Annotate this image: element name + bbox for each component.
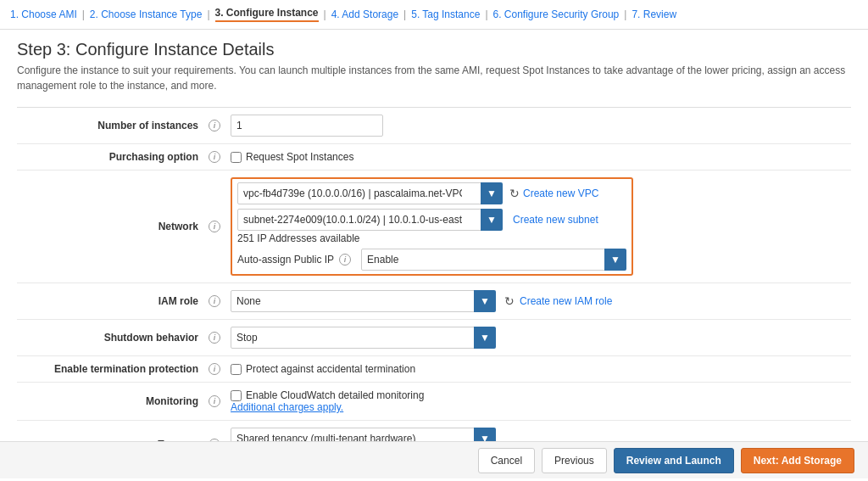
nav-step-2[interactable]: 2. Choose Instance Type: [90, 8, 203, 20]
shutdown-select-wrapper: Stop ▼: [231, 327, 496, 349]
tenancy-select[interactable]: Shared tenancy (multi-tenant hardware): [231, 428, 476, 441]
nav-step-4[interactable]: 4. Add Storage: [331, 8, 398, 20]
network-select-arrow-btn[interactable]: ▼: [481, 182, 503, 204]
num-instances-input[interactable]: [231, 115, 383, 137]
nav-step-7[interactable]: 7. Review: [632, 8, 676, 20]
auto-assign-select[interactable]: Enable: [361, 249, 607, 271]
monitoring-checkbox[interactable]: [231, 390, 242, 401]
nav-step-1[interactable]: 1. Choose AMI: [10, 8, 77, 20]
purchasing-info-icon[interactable]: i: [209, 151, 220, 163]
create-iam-link[interactable]: Create new IAM role: [520, 295, 612, 307]
iam-refresh-icon[interactable]: ↻: [504, 294, 515, 308]
subnet-select-arrow-btn[interactable]: ▼: [481, 209, 503, 231]
configure-form: Number of instances i Purchasing option …: [17, 107, 851, 441]
termination-info-icon[interactable]: i: [209, 363, 220, 375]
monitoring-label: Monitoring: [17, 383, 203, 421]
tenancy-arrow-btn[interactable]: ▼: [474, 428, 496, 441]
page-title: Step 3: Configure Instance Details: [17, 40, 851, 59]
spot-instances-checkbox-label: Request Spot Instances: [231, 151, 846, 163]
previous-button[interactable]: Previous: [542, 448, 607, 473]
termination-label: Enable termination protection: [17, 356, 203, 383]
next-button[interactable]: Next: Add Storage: [741, 448, 854, 473]
network-info-icon[interactable]: i: [209, 221, 220, 232]
subnet-select[interactable]: subnet-2274e009(10.0.1.0/24) | 10.0.1.0-…: [237, 209, 483, 231]
nav-step-5[interactable]: 5. Tag Instance: [411, 8, 480, 20]
auto-assign-select-wrapper: Enable ▼: [361, 249, 626, 271]
iam-role-label: IAM role: [17, 283, 203, 320]
termination-checkbox-label: Protect against accidental termination: [231, 363, 846, 375]
spot-instances-label: Request Spot Instances: [246, 151, 353, 163]
create-subnet-link[interactable]: Create new subnet: [513, 214, 598, 226]
ip-available-text: 251 IP Addresses available: [237, 232, 626, 244]
auto-assign-info-icon[interactable]: i: [339, 254, 351, 266]
auto-assign-arrow-btn[interactable]: ▼: [604, 249, 626, 271]
termination-checkbox[interactable]: [231, 364, 242, 375]
auto-assign-sub-label: Auto-assign Public IP: [237, 254, 334, 266]
purchasing-option-label: Purchasing option: [17, 144, 203, 171]
tenancy-select-wrapper: Shared tenancy (multi-tenant hardware) ▼: [231, 428, 496, 441]
network-label: Network: [17, 171, 203, 283]
iam-select[interactable]: None: [231, 290, 476, 312]
nav-step-6[interactable]: 6. Configure Security Group: [493, 8, 620, 20]
main-content: Step 3: Configure Instance Details Confi…: [0, 30, 868, 441]
num-instances-label: Number of instances: [17, 108, 203, 144]
shutdown-arrow-btn[interactable]: ▼: [474, 327, 496, 349]
network-highlight-box: vpc-fb4d739e (10.0.0.0/16) | pascalaima.…: [231, 177, 633, 276]
network-refresh-icon[interactable]: ↻: [509, 187, 520, 200]
spot-instances-checkbox[interactable]: [231, 152, 242, 163]
network-select[interactable]: vpc-fb4d739e (10.0.0.0/16) | pascalaima.…: [237, 182, 483, 204]
monitoring-checkbox-label: Enable CloudWatch detailed monitoring: [231, 389, 846, 401]
termination-checkbox-text: Protect against accidental termination: [246, 363, 415, 375]
shutdown-label: Shutdown behavior: [17, 320, 203, 356]
subnet-select-wrapper: subnet-2274e009(10.0.1.0/24) | 10.0.1.0-…: [237, 209, 503, 231]
tenancy-label: Tenancy: [17, 421, 203, 442]
tenancy-info-icon[interactable]: i: [209, 439, 220, 441]
subnet-select-row: subnet-2274e009(10.0.1.0/24) | 10.0.1.0-…: [237, 209, 626, 231]
wizard-nav: 1. Choose AMI | 2. Choose Instance Type …: [0, 0, 868, 30]
num-instances-info-icon[interactable]: i: [209, 120, 220, 131]
nav-step-3[interactable]: 3. Configure Instance: [215, 7, 319, 22]
iam-role-row: None ▼ ↻ Create new IAM role: [231, 290, 846, 312]
auto-assign-row: Auto-assign Public IP i Enable ▼: [237, 249, 626, 271]
iam-arrow-btn[interactable]: ▼: [474, 290, 496, 312]
iam-info-icon[interactable]: i: [209, 295, 220, 307]
monitoring-info-icon[interactable]: i: [209, 395, 220, 407]
bottom-bar: Cancel Previous Review and Launch Next: …: [0, 441, 868, 478]
shutdown-select[interactable]: Stop: [231, 327, 476, 349]
page-description: Configure the instance to suit your requ…: [17, 63, 851, 93]
network-select-wrapper: vpc-fb4d739e (10.0.0.0/16) | pascalaima.…: [237, 182, 503, 204]
network-select-row: vpc-fb4d739e (10.0.0.0/16) | pascalaima.…: [237, 182, 626, 204]
create-vpc-link[interactable]: Create new VPC: [523, 187, 598, 199]
review-launch-button[interactable]: Review and Launch: [614, 448, 734, 473]
shutdown-info-icon[interactable]: i: [209, 332, 220, 344]
monitoring-checkbox-text: Enable CloudWatch detailed monitoring: [246, 389, 424, 401]
iam-select-wrapper: None ▼: [231, 290, 496, 312]
cancel-button[interactable]: Cancel: [478, 448, 535, 473]
monitoring-charges-link[interactable]: Additional charges apply.: [231, 401, 846, 413]
